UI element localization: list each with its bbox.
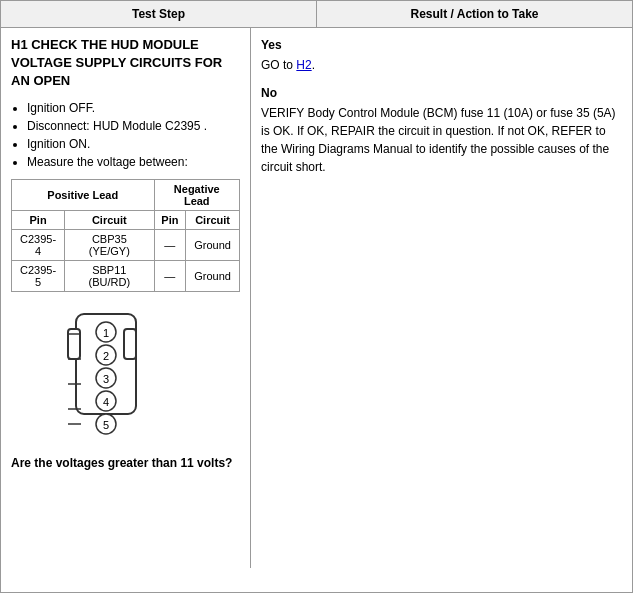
no-result: No VERIFY Body Control Module (BCM) fuse… [261,84,622,176]
table-header: Test Step Result / Action to Take [1,1,632,28]
neg-lead-header: Negative Lead [154,179,239,210]
left-column: H1 CHECK THE HUD MODULE VOLTAGE SUPPLY C… [1,28,251,568]
sub-header-circuit1: Circuit [65,210,154,229]
svg-text:2: 2 [102,350,108,362]
bullet-list: Ignition OFF. Disconnect: HUD Module C23… [27,101,240,169]
yes-result: Yes GO to H2. [261,36,622,74]
connector-diagram: 1 2 3 4 5 [11,304,240,444]
right-column: Yes GO to H2. No VERIFY Body Control Mod… [251,28,632,568]
no-text: VERIFY Body Control Module (BCM) fuse 11… [261,104,622,176]
svg-text:5: 5 [102,419,108,431]
sub-header-circuit2: Circuit [186,210,240,229]
content-row: H1 CHECK THE HUD MODULE VOLTAGE SUPPLY C… [1,28,632,568]
pos-lead-header: Positive Lead [12,179,155,210]
col2-header: Result / Action to Take [317,1,632,27]
row2-pin2: — [154,260,186,291]
sub-header-pin2: Pin [154,210,186,229]
table-row: C2395-5 SBP11 (BU/RD) — Ground [12,260,240,291]
question: Are the voltages greater than 11 volts? [11,456,240,470]
table-row: C2395-4 CBP35 (YE/GY) — Ground [12,229,240,260]
row1-circuit2: Ground [186,229,240,260]
svg-text:3: 3 [102,373,108,385]
yes-label: Yes [261,36,622,54]
bullet-1: Ignition OFF. [27,101,240,115]
page: Test Step Result / Action to Take H1 CHE… [0,0,633,593]
row1-pin1: C2395-4 [12,229,65,260]
row2-pin1: C2395-5 [12,260,65,291]
col1-header: Test Step [1,1,317,27]
bullet-4: Measure the voltage between: [27,155,240,169]
no-label: No [261,84,622,102]
sub-header-pin1: Pin [12,210,65,229]
row1-pin2: — [154,229,186,260]
row2-circuit1: SBP11 (BU/RD) [65,260,154,291]
bullet-2: Disconnect: HUD Module C2395 . [27,119,240,133]
svg-text:4: 4 [102,396,108,408]
yes-text: GO to H2. [261,56,622,74]
voltage-table: Positive Lead Negative Lead Pin Circuit … [11,179,240,292]
row2-circuit2: Ground [186,260,240,291]
svg-rect-2 [124,329,136,359]
row1-circuit1: CBP35 (YE/GY) [65,229,154,260]
svg-text:1: 1 [102,327,108,339]
h2-link[interactable]: H2 [296,58,311,72]
step-title: H1 CHECK THE HUD MODULE VOLTAGE SUPPLY C… [11,36,240,91]
bullet-3: Ignition ON. [27,137,240,151]
